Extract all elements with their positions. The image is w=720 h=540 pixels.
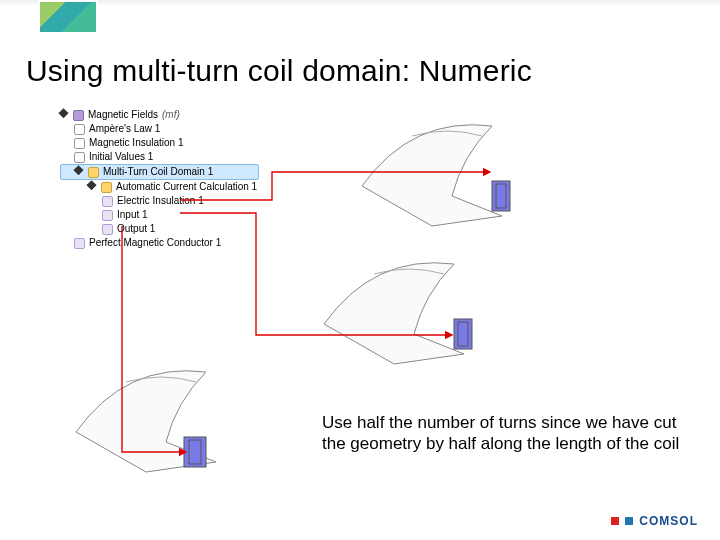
geometry-view-1 — [352, 106, 552, 236]
brand-square-icon — [611, 517, 619, 525]
node-icon — [74, 152, 85, 163]
tree-label: Initial Values 1 — [89, 150, 153, 164]
tree-label: Perfect Magnetic Conductor 1 — [89, 236, 221, 250]
geometry-view-3 — [66, 352, 266, 482]
tree-item-output[interactable]: Output 1 — [60, 222, 259, 236]
svg-rect-2 — [454, 319, 472, 349]
brand-logo: COMSOL — [611, 514, 698, 528]
tree-item-insulation[interactable]: Electric Insulation 1 — [60, 194, 259, 208]
boundary-icon — [102, 210, 113, 221]
calc-icon — [101, 182, 112, 193]
svg-rect-4 — [184, 437, 206, 467]
brand-square-icon — [625, 517, 633, 525]
boundary-icon — [74, 238, 85, 249]
page-title: Using multi-turn coil domain: Numeric — [26, 54, 532, 88]
tree-suffix: (mf) — [162, 108, 180, 122]
chevron-down-icon[interactable] — [75, 168, 84, 177]
tree-item[interactable]: Ampère's Law 1 — [60, 122, 259, 136]
tree-label: Output 1 — [117, 222, 155, 236]
model-tree: Magnetic Fields (mf) Ampère's Law 1 Magn… — [60, 108, 259, 250]
tree-label: Magnetic Fields — [88, 108, 158, 122]
brand-text: COMSOL — [639, 514, 698, 528]
logo — [38, 0, 98, 34]
physics-icon — [73, 110, 84, 121]
tree-item-input[interactable]: Input 1 — [60, 208, 259, 222]
node-icon — [74, 124, 85, 135]
svg-rect-0 — [492, 181, 510, 211]
tree-item[interactable]: Initial Values 1 — [60, 150, 259, 164]
header — [0, 0, 720, 42]
tree-label: Input 1 — [117, 208, 148, 222]
chevron-down-icon[interactable] — [60, 111, 69, 120]
tree-item[interactable]: Automatic Current Calculation 1 — [60, 180, 259, 194]
tree-label: Magnetic Insulation 1 — [89, 136, 184, 150]
boundary-icon — [102, 224, 113, 235]
node-icon — [74, 138, 85, 149]
tree-label: Ampère's Law 1 — [89, 122, 160, 136]
tree-item-coil[interactable]: Multi-Turn Coil Domain 1 — [60, 164, 259, 180]
tree-root[interactable]: Magnetic Fields (mf) — [60, 108, 259, 122]
tree-item[interactable]: Perfect Magnetic Conductor 1 — [60, 236, 259, 250]
coil-icon — [88, 167, 99, 178]
tree-label: Automatic Current Calculation 1 — [116, 180, 257, 194]
caption-text: Use half the number of turns since we ha… — [322, 412, 682, 454]
boundary-icon — [102, 196, 113, 207]
tree-label: Electric Insulation 1 — [117, 194, 204, 208]
tree-item[interactable]: Magnetic Insulation 1 — [60, 136, 259, 150]
geometry-view-2 — [314, 244, 514, 374]
header-bar — [0, 0, 720, 6]
chevron-down-icon[interactable] — [88, 183, 97, 192]
tree-label: Multi-Turn Coil Domain 1 — [103, 165, 213, 179]
